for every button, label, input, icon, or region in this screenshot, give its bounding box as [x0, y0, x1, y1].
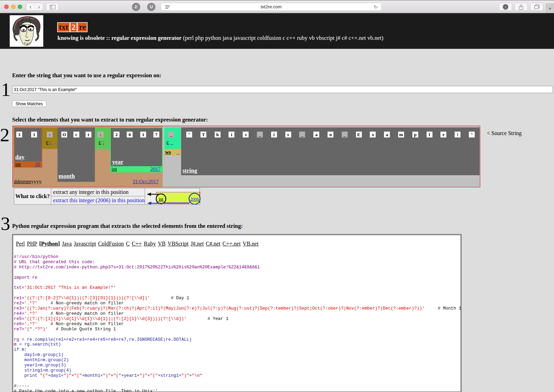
address-bar[interactable]: txt2re.com ↻ [161, 3, 382, 11]
ws-value-link[interactable]: _ [177, 149, 180, 155]
share-icon [519, 4, 524, 10]
sep1-char-link[interactable]: c [46, 139, 48, 145]
what-to-click-label: What to click? [14, 188, 51, 204]
language-link[interactable]: PHP [27, 241, 37, 247]
ws-punct-link[interactable]: _ [170, 139, 173, 145]
page: ‹› J: U txt2re.com ↻ ↓ + [0, 0, 554, 392]
separator2-block: c : : [95, 127, 110, 149]
code-line: re7='(".*?")' # Double Quote String 1 [14, 327, 461, 332]
whitespace-block: c _ _ ws _ [164, 127, 181, 155]
ws-char-link[interactable]: c [167, 139, 169, 145]
whitespace-type-strip: ws _ [164, 149, 181, 155]
extension-2-glyph: U [150, 5, 153, 9]
char-cell: _ [168, 132, 174, 137]
char-cell: O [61, 132, 67, 137]
logo-re: re [77, 22, 88, 32]
source-string-input[interactable] [12, 86, 553, 93]
new-tab-button[interactable]: + [546, 3, 554, 13]
code-line: re5='((?:(?:[1]{1}\\d{1}\\d{1}\\d{1})|(?… [14, 317, 461, 322]
char-cell: e [440, 132, 446, 137]
language-link[interactable]: J#.net [191, 241, 204, 247]
back-forward-group: ‹› [26, 3, 43, 11]
code-line: # http://txt2re.com/index-python.php3?s=… [14, 265, 461, 270]
char-cell: p [412, 132, 418, 137]
char-cell: l [427, 132, 432, 137]
show-matches-button[interactable]: Show Matches [12, 100, 46, 107]
code-line: re4='.*?' # Non-greedy match on filler [14, 311, 461, 317]
language-link[interactable]: Perl [16, 241, 25, 247]
code-line: if m: [14, 347, 461, 353]
code-line: #----- [14, 384, 461, 389]
full-date-link[interactable]: 31:Oct:2017 [133, 179, 159, 185]
ws-type-link[interactable]: ws [165, 149, 171, 155]
char-cell: : [47, 132, 53, 137]
char-cell: ! [455, 132, 461, 137]
logo-txt: txt [57, 22, 70, 32]
sep2-punct-link[interactable]: : [102, 139, 104, 145]
language-link[interactable]: C++.net [223, 241, 241, 247]
what-to-click-table: What to click? extract any integer in th… [14, 188, 200, 205]
sidebar-button[interactable] [46, 3, 59, 11]
site-logo[interactable]: txt2re [57, 22, 88, 32]
char-cell: " [469, 132, 475, 137]
language-link[interactable]: Javascript [74, 241, 96, 247]
language-link[interactable]: VB [158, 241, 166, 247]
code-line: # URL that generated this code: [14, 260, 461, 265]
char-cell: 1 [31, 132, 37, 137]
diagram-value-label: 2006 [190, 196, 199, 202]
extension-1-glyph: J: [134, 5, 138, 9]
language-link-current: [Python] [39, 241, 60, 247]
day-block: day int 31 31 [14, 127, 42, 168]
char-cell: i [271, 132, 277, 137]
language-link[interactable]: Ruby [144, 241, 156, 247]
language-link[interactable]: Python [41, 241, 58, 247]
language-link[interactable]: VB.net [243, 241, 259, 247]
char-cell: s [243, 132, 249, 137]
sep1-punct-link[interactable]: : [50, 139, 51, 145]
code-line: year1=m.group(3) [14, 363, 461, 368]
language-link[interactable]: Java [62, 241, 72, 247]
share-button[interactable] [515, 3, 528, 11]
day-int-link[interactable]: int [15, 161, 21, 167]
ddmmmyyyy-link[interactable]: ddmmmyyyy [14, 179, 42, 185]
char-cell: _ [342, 132, 348, 137]
code-line: ​ [14, 270, 461, 275]
day-label: day [15, 154, 24, 161]
char-cell: a [384, 132, 390, 137]
site-logo-face-image [10, 15, 43, 47]
language-link[interactable]: C#.net [206, 241, 220, 247]
step1-number: 1 [1, 80, 11, 99]
extract-any-integer-row: extract any integer in this position [51, 188, 145, 196]
language-link[interactable]: C [126, 241, 130, 247]
tab-overview-button[interactable] [530, 3, 543, 11]
refresh-icon[interactable]: ↻ [374, 4, 378, 10]
day-value-link[interactable]: 31 [35, 161, 40, 167]
year-value-link[interactable]: 2017 [150, 166, 161, 172]
code-line: rg = re.compile(re1+re2+re3+re4+re5+re6+… [14, 337, 461, 342]
extension-button-2[interactable]: U [147, 3, 155, 11]
char-cell: 3 [16, 132, 22, 137]
year-strip: int 2017 [111, 166, 162, 172]
forward-button[interactable]: › [35, 3, 43, 10]
code-line: re3='((?:Jan(?:uary)?|Feb(?:ruary)?|Mar(… [14, 306, 461, 311]
logo-2: 2 [70, 22, 78, 32]
download-icon: ↓ [503, 4, 508, 10]
char-cell: t [86, 132, 91, 137]
char-cell: n [328, 132, 333, 137]
year-int-link[interactable]: int [111, 166, 117, 172]
sep2-char-link[interactable]: c [99, 139, 101, 145]
zoom-window-button[interactable] [18, 5, 22, 9]
downloads-button[interactable]: ↓ [499, 3, 512, 11]
close-window-button[interactable] [4, 5, 9, 9]
char-cell: _ [299, 132, 305, 137]
language-link[interactable]: ColdFusion [98, 241, 124, 247]
code-line: re1='((?:(?:[0-2]?\\d{1})|(?:[3][01]{1})… [14, 296, 461, 301]
step2-heading: Select the elements that you want to ext… [12, 116, 208, 123]
language-link[interactable]: C++ [132, 241, 142, 247]
url-text: txt2re.com [161, 4, 381, 9]
minimize-window-button[interactable] [11, 5, 16, 9]
extension-button-1[interactable]: J: [132, 3, 140, 11]
language-link[interactable]: VBScript [168, 241, 188, 247]
back-button[interactable]: ‹ [26, 3, 35, 10]
site-header: txt2re knowing is obsolete :: regular ex… [0, 13, 554, 49]
